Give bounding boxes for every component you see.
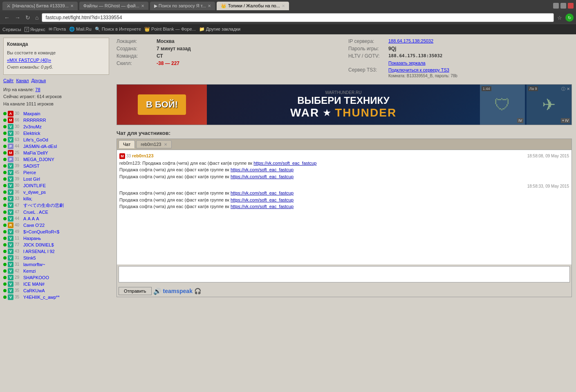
tab-3-close[interactable]: ✕ (208, 4, 211, 8)
player-list: A30MaxpainM66RRRRRRRV302v3nuMzV30Elektri… (3, 110, 109, 300)
bookmark-star[interactable]: ☆ (556, 15, 564, 21)
player-name[interactable]: killa; (23, 196, 32, 201)
address-bar[interactable] (42, 13, 554, 22)
player-name[interactable]: J0CK D0NIEL$ (23, 242, 54, 247)
chat-link[interactable]: https://vk.com/soft_eac_fastcup (253, 161, 316, 166)
player-name[interactable]: すべての生命の悲劇 (23, 202, 64, 208)
player-name[interactable]: CaRKUwA (23, 288, 45, 293)
chat-tab-main[interactable]: Чат (119, 140, 135, 148)
ad-corner-controls: ⓘ ✕ (561, 86, 570, 92)
player-badge: V (8, 196, 13, 202)
tab-2-close[interactable]: ✕ (141, 4, 144, 8)
nav-site[interactable]: Сайт (3, 78, 13, 83)
ip-link[interactable]: 188.64.175.138:25032 (388, 38, 433, 44)
player-rank: 45 (15, 170, 22, 175)
back-button[interactable]: ← (2, 14, 11, 21)
player-name[interactable]: А А А А (23, 216, 39, 221)
chat-link[interactable]: https://vk.com/soft_eac_fastcup (231, 167, 294, 172)
list-item: V63Life's_GoOd (3, 137, 109, 143)
ad-banner[interactable]: В БОЙ! WARTHUNDER.RU ВЫБЕРИ ТЕХНИКУ WAR … (117, 84, 572, 125)
player-name[interactable]: SHAPKOOO (23, 275, 49, 280)
player-name[interactable]: 2v3nuMz (23, 124, 42, 129)
player-name[interactable]: Kemzi (23, 269, 36, 273)
player-rank: 39 (15, 164, 22, 168)
maximize-button[interactable] (560, 3, 566, 9)
player-name[interactable]: l ARSENAL l 92 (23, 249, 55, 254)
ts3-link[interactable]: Подключиться к серверу TS3 (388, 67, 449, 72)
game-channel-link[interactable]: 78 (35, 87, 40, 92)
reload-button[interactable]: ↻ (24, 14, 32, 21)
ad-time-badge: 1:44 (482, 86, 491, 91)
online-dot (3, 184, 7, 187)
tab-1-close[interactable]: ✕ (70, 4, 74, 8)
player-badge: P (8, 143, 13, 149)
chat-label: Чат для участников: (117, 130, 572, 136)
player-name[interactable]: SADIST (23, 164, 40, 168)
ad-button[interactable]: В БОЙ! (138, 94, 186, 115)
ad-center: WARTHUNDER.RU ВЫБЕРИ ТЕХНИКУ WAR ★ THUND… (207, 90, 480, 119)
player-name[interactable]: Elektrick (23, 131, 40, 136)
player-name[interactable]: Lost Girl (23, 177, 40, 181)
chat-link[interactable]: https://vk.com/soft_eac_fastcup (231, 190, 294, 195)
online-dot (3, 282, 7, 286)
chat-link[interactable]: https://vk.com/soft_eac_fastcup (231, 204, 294, 209)
ts3-label: Сервер TS3: (348, 67, 385, 78)
player-name[interactable]: CrueL . ACE (23, 210, 48, 215)
player-name[interactable]: Y4EHIIK_c_awp** (23, 295, 60, 300)
player-name[interactable]: Pierce (23, 170, 36, 175)
player-name[interactable]: JASMiN-dA-dEsI (23, 144, 57, 149)
bm-services[interactable]: Сервисы (2, 27, 21, 32)
tab-3[interactable]: ▶ Поиск по запросу Я т... ✕ (150, 2, 215, 10)
list-item: M25MaFia`DellY (3, 150, 109, 156)
bm-mailru[interactable]: 🌐 Mail.Ru (69, 27, 91, 32)
chat-link[interactable]: https://vk.com/soft_eac_fastcup (231, 197, 294, 202)
player-badge: V (8, 137, 13, 143)
chat-tab-user-close[interactable]: ✕ (164, 142, 167, 147)
chat-link[interactable]: https://vk.com/soft_eac_fastcup (231, 174, 294, 179)
chat-tab-user[interactable]: reb0rn123 ✕ (136, 140, 172, 148)
player-name[interactable]: Maxpain (23, 111, 40, 116)
player-rank: 30 (15, 131, 22, 135)
bm-mail[interactable]: ✉ Почта (49, 27, 66, 32)
player-name[interactable]: ICE MAN# (23, 282, 45, 287)
bm-pb[interactable]: 👑 Point Blank — Форе... (144, 27, 196, 32)
chat-sender-name[interactable]: reb0rn123 (132, 153, 154, 158)
ad-choose: ВЫБЕРИ ТЕХНИКУ (297, 95, 389, 106)
nav-channel[interactable]: Канал (16, 78, 29, 83)
player-name[interactable]: v_dywe_ps (23, 190, 46, 195)
extension-icon[interactable]: ↻ (565, 13, 574, 22)
hltv-row: HLTV / GOTV: 188.64.175.138:35032 (348, 53, 572, 59)
player-name[interactable]: MEGA_DJONY (23, 157, 54, 162)
tab-4[interactable]: 👑 Топики / Жалобы на по... ✕ (217, 2, 289, 10)
bm-other[interactable]: 📁 Другие закладки (199, 27, 240, 32)
bm-search[interactable]: 🔍 Поиск в Интернете (95, 27, 141, 32)
player-name[interactable]: Stink5 (23, 255, 36, 260)
team-link[interactable]: «MIX FASTCUP (40)» (7, 58, 51, 63)
list-item: M66RRRRRRR (3, 117, 109, 123)
player-name[interactable]: lavmorftw~ (23, 262, 45, 267)
home-button[interactable]: ⌂ (34, 14, 40, 21)
player-rank: 39 (15, 177, 22, 181)
player-name[interactable]: Саня О'22 (23, 223, 45, 228)
tab-2[interactable]: Файлы — RGhost — фай... ✕ (79, 2, 148, 10)
player-name[interactable]: $>ConQueRoR<$ (23, 229, 59, 234)
tab-1[interactable]: ⚔ [Началась] Битва #13339... ✕ (2, 2, 78, 10)
minimize-button[interactable] (553, 3, 559, 9)
nav-friends[interactable]: Друзья (31, 78, 46, 83)
player-name[interactable]: JOINTLIFE (23, 183, 46, 188)
player-name[interactable]: Назрань (23, 236, 41, 241)
send-button[interactable]: Отправить (119, 287, 152, 295)
player-name[interactable]: RRRRRRR (23, 118, 46, 123)
team-row: Команда: СТ (117, 53, 340, 59)
close-button[interactable] (568, 3, 574, 9)
chat-textarea[interactable] (119, 266, 570, 282)
player-badge: V (8, 249, 13, 254)
mirror-link[interactable]: Показать зеркала (388, 60, 426, 65)
tab-4-close[interactable]: ✕ (282, 4, 285, 8)
player-rank: 31 (15, 255, 22, 260)
player-name[interactable]: Life's_GoOd (23, 137, 48, 142)
bm-yandex[interactable]: 🅈 Яндекс (25, 27, 45, 32)
forward-button[interactable]: → (13, 14, 22, 21)
player-name[interactable]: MaFia`DellY (23, 150, 48, 155)
tab-3-label: ▶ Поиск по запросу Я т... (154, 3, 206, 9)
